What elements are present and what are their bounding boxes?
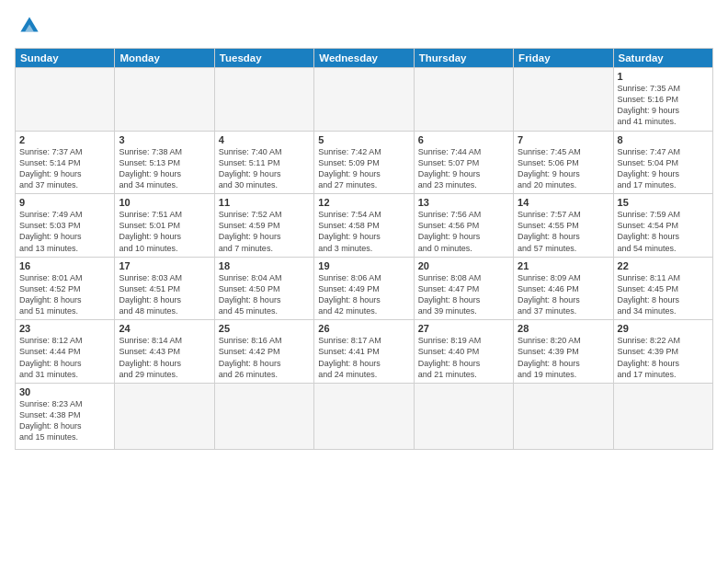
day-info: Sunrise: 7:47 AM Sunset: 5:04 PM Dayligh…	[618, 146, 709, 191]
day-info: Sunrise: 7:38 AM Sunset: 5:13 PM Dayligh…	[119, 146, 210, 191]
calendar-cell: 3Sunrise: 7:38 AM Sunset: 5:13 PM Daylig…	[115, 131, 214, 194]
calendar-cell: 4Sunrise: 7:40 AM Sunset: 5:11 PM Daylig…	[214, 131, 313, 194]
weekday-header-friday: Friday	[514, 49, 613, 68]
calendar-cell: 23Sunrise: 8:12 AM Sunset: 4:44 PM Dayli…	[16, 320, 115, 384]
calendar-week-row: 9Sunrise: 7:49 AM Sunset: 5:03 PM Daylig…	[16, 194, 713, 258]
calendar-cell: 30Sunrise: 8:23 AM Sunset: 4:38 PM Dayli…	[16, 383, 115, 449]
calendar-cell	[514, 383, 613, 449]
calendar-cell: 22Sunrise: 8:11 AM Sunset: 4:45 PM Dayli…	[613, 257, 712, 320]
day-number: 11	[219, 197, 310, 208]
day-number: 18	[219, 260, 310, 271]
calendar-cell: 18Sunrise: 8:04 AM Sunset: 4:50 PM Dayli…	[214, 257, 313, 320]
day-info: Sunrise: 8:11 AM Sunset: 4:45 PM Dayligh…	[618, 272, 709, 317]
calendar-cell: 13Sunrise: 7:56 AM Sunset: 4:56 PM Dayli…	[414, 194, 513, 258]
day-number: 20	[418, 260, 509, 271]
day-info: Sunrise: 8:01 AM Sunset: 4:52 PM Dayligh…	[19, 272, 110, 317]
day-info: Sunrise: 8:16 AM Sunset: 4:42 PM Dayligh…	[219, 335, 310, 380]
page: SundayMondayTuesdayWednesdayThursdayFrid…	[0, 0, 728, 563]
day-info: Sunrise: 8:09 AM Sunset: 4:46 PM Dayligh…	[518, 272, 609, 317]
weekday-header-row: SundayMondayTuesdayWednesdayThursdayFrid…	[16, 49, 713, 68]
day-number: 29	[618, 323, 709, 334]
calendar-cell: 25Sunrise: 8:16 AM Sunset: 4:42 PM Dayli…	[214, 320, 313, 384]
calendar-cell: 6Sunrise: 7:44 AM Sunset: 5:07 PM Daylig…	[414, 131, 513, 194]
day-info: Sunrise: 8:23 AM Sunset: 4:38 PM Dayligh…	[19, 398, 110, 443]
day-info: Sunrise: 8:03 AM Sunset: 4:51 PM Dayligh…	[119, 272, 210, 317]
day-info: Sunrise: 7:59 AM Sunset: 4:54 PM Dayligh…	[618, 209, 709, 254]
day-info: Sunrise: 7:56 AM Sunset: 4:56 PM Dayligh…	[418, 209, 509, 254]
day-number: 6	[418, 134, 509, 145]
weekday-header-thursday: Thursday	[414, 49, 513, 68]
day-info: Sunrise: 7:42 AM Sunset: 5:09 PM Dayligh…	[318, 146, 409, 191]
calendar-table: SundayMondayTuesdayWednesdayThursdayFrid…	[15, 48, 713, 450]
calendar-cell	[314, 68, 414, 132]
calendar-cell: 27Sunrise: 8:19 AM Sunset: 4:40 PM Dayli…	[414, 320, 513, 384]
day-number: 27	[418, 323, 509, 334]
day-number: 4	[219, 134, 310, 145]
day-info: Sunrise: 7:52 AM Sunset: 4:59 PM Dayligh…	[219, 209, 310, 254]
calendar-cell: 5Sunrise: 7:42 AM Sunset: 5:09 PM Daylig…	[314, 131, 414, 194]
day-number: 19	[318, 260, 409, 271]
day-number: 13	[418, 197, 509, 208]
header	[15, 11, 713, 40]
calendar-cell: 19Sunrise: 8:06 AM Sunset: 4:49 PM Dayli…	[314, 257, 414, 320]
day-number: 9	[19, 197, 110, 208]
day-info: Sunrise: 8:14 AM Sunset: 4:43 PM Dayligh…	[119, 335, 210, 380]
weekday-header-sunday: Sunday	[16, 49, 115, 68]
day-number: 28	[518, 323, 609, 334]
calendar-cell: 28Sunrise: 8:20 AM Sunset: 4:39 PM Dayli…	[514, 320, 613, 384]
calendar-cell: 24Sunrise: 8:14 AM Sunset: 4:43 PM Dayli…	[115, 320, 214, 384]
day-info: Sunrise: 7:40 AM Sunset: 5:11 PM Dayligh…	[219, 146, 310, 191]
day-number: 14	[518, 197, 609, 208]
day-info: Sunrise: 7:51 AM Sunset: 5:01 PM Dayligh…	[119, 209, 210, 254]
day-info: Sunrise: 7:54 AM Sunset: 4:58 PM Dayligh…	[318, 209, 409, 254]
day-info: Sunrise: 7:35 AM Sunset: 5:16 PM Dayligh…	[618, 83, 709, 128]
day-number: 10	[119, 197, 210, 208]
day-number: 22	[618, 260, 709, 271]
calendar-cell: 26Sunrise: 8:17 AM Sunset: 4:41 PM Dayli…	[314, 320, 414, 384]
generalblue-logo-icon	[15, 11, 44, 40]
calendar-cell: 1Sunrise: 7:35 AM Sunset: 5:16 PM Daylig…	[613, 68, 712, 132]
calendar-cell: 12Sunrise: 7:54 AM Sunset: 4:58 PM Dayli…	[314, 194, 414, 258]
day-info: Sunrise: 8:17 AM Sunset: 4:41 PM Dayligh…	[318, 335, 409, 380]
calendar-cell	[414, 383, 513, 449]
calendar-cell: 20Sunrise: 8:08 AM Sunset: 4:47 PM Dayli…	[414, 257, 513, 320]
calendar-cell: 29Sunrise: 8:22 AM Sunset: 4:39 PM Dayli…	[613, 320, 712, 384]
day-number: 15	[618, 197, 709, 208]
day-info: Sunrise: 8:20 AM Sunset: 4:39 PM Dayligh…	[518, 335, 609, 380]
calendar-week-row: 23Sunrise: 8:12 AM Sunset: 4:44 PM Dayli…	[16, 320, 713, 384]
day-info: Sunrise: 8:08 AM Sunset: 4:47 PM Dayligh…	[418, 272, 509, 317]
calendar-cell	[414, 68, 513, 132]
day-number: 23	[19, 323, 110, 334]
calendar-cell: 15Sunrise: 7:59 AM Sunset: 4:54 PM Dayli…	[613, 194, 712, 258]
day-info: Sunrise: 8:12 AM Sunset: 4:44 PM Dayligh…	[19, 335, 110, 380]
calendar-cell	[115, 383, 214, 449]
day-info: Sunrise: 8:06 AM Sunset: 4:49 PM Dayligh…	[318, 272, 409, 317]
calendar-cell	[214, 68, 313, 132]
calendar-cell	[115, 68, 214, 132]
calendar-cell: 14Sunrise: 7:57 AM Sunset: 4:55 PM Dayli…	[514, 194, 613, 258]
calendar-cell: 9Sunrise: 7:49 AM Sunset: 5:03 PM Daylig…	[16, 194, 115, 258]
day-info: Sunrise: 7:49 AM Sunset: 5:03 PM Dayligh…	[19, 209, 110, 254]
calendar-cell	[514, 68, 613, 132]
weekday-header-monday: Monday	[115, 49, 214, 68]
calendar-cell: 10Sunrise: 7:51 AM Sunset: 5:01 PM Dayli…	[115, 194, 214, 258]
day-number: 26	[318, 323, 409, 334]
calendar-week-row: 1Sunrise: 7:35 AM Sunset: 5:16 PM Daylig…	[16, 68, 713, 132]
day-number: 17	[119, 260, 210, 271]
calendar-cell	[314, 383, 414, 449]
day-info: Sunrise: 8:04 AM Sunset: 4:50 PM Dayligh…	[219, 272, 310, 317]
day-number: 21	[518, 260, 609, 271]
calendar-cell	[214, 383, 313, 449]
day-number: 24	[119, 323, 210, 334]
day-number: 8	[618, 134, 709, 145]
weekday-header-saturday: Saturday	[613, 49, 712, 68]
day-number: 7	[518, 134, 609, 145]
day-number: 25	[219, 323, 310, 334]
day-number: 12	[318, 197, 409, 208]
calendar-cell: 16Sunrise: 8:01 AM Sunset: 4:52 PM Dayli…	[16, 257, 115, 320]
day-info: Sunrise: 7:37 AM Sunset: 5:14 PM Dayligh…	[19, 146, 110, 191]
day-info: Sunrise: 7:44 AM Sunset: 5:07 PM Dayligh…	[418, 146, 509, 191]
day-number: 5	[318, 134, 409, 145]
calendar-cell: 11Sunrise: 7:52 AM Sunset: 4:59 PM Dayli…	[214, 194, 313, 258]
calendar-week-row: 30Sunrise: 8:23 AM Sunset: 4:38 PM Dayli…	[16, 383, 713, 449]
